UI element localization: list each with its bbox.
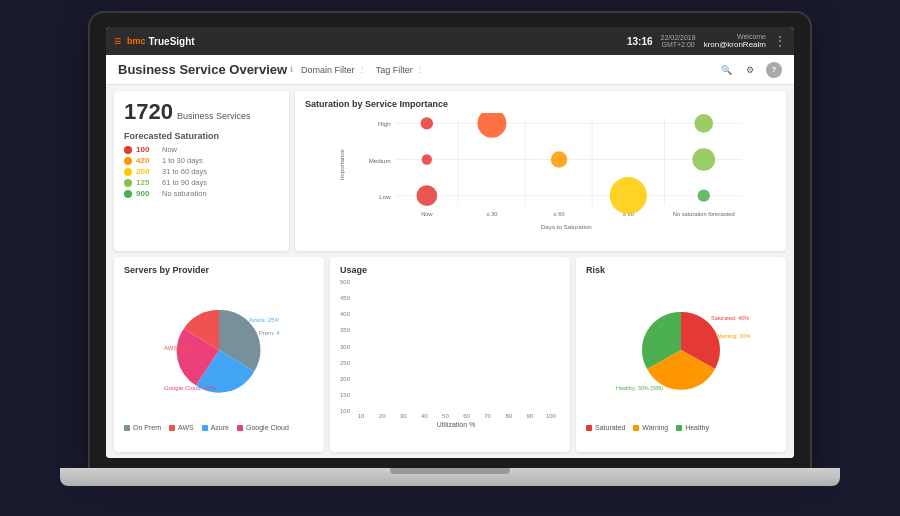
legend-item-gcloud: Google Cloud [237, 424, 289, 431]
risk-pie-chart: Saturated: 40% (1032) Warning: 30% (988)… [611, 300, 751, 400]
usage-x-label: 20 [379, 413, 386, 419]
legend-item-aws: AWS [169, 424, 194, 431]
servers-by-provider-title: Servers by Provider [124, 265, 314, 275]
usage-x-label: 50 [442, 413, 449, 419]
usage-bar-group: 30 [394, 412, 412, 419]
y-label-300: 300 [340, 344, 350, 350]
topbar-date-block: 22/02/2018 GMT+2:00 [661, 34, 696, 48]
legend-item-healthy: Healthy [676, 424, 709, 431]
svg-text:Saturated: 40% (1032): Saturated: 40% (1032) [711, 315, 751, 321]
svg-text:≤ 60: ≤ 60 [554, 211, 565, 217]
sat-dot [124, 146, 132, 154]
help-icon[interactable]: ? [766, 62, 782, 78]
topbar-time: 13:16 [627, 36, 653, 47]
forecasted-title: Forecasted Saturation [124, 131, 279, 141]
svg-text:Now: Now [421, 211, 433, 217]
svg-text:Healthy: 30% (588): Healthy: 30% (588) [616, 385, 663, 391]
saturation-chart-title: Saturation by Service Importance [305, 99, 776, 109]
tag-filter[interactable]: Tag Filter ⋮ [376, 65, 424, 75]
saturation-row: 200 31 to 60 days [124, 167, 279, 176]
usage-card: Usage 500 450 400 350 300 250 200 150 [330, 257, 570, 452]
servers-by-provider-card: Servers by Provider [114, 257, 324, 452]
content-nav: Business Service Overview ℹ Domain Filte… [106, 55, 794, 85]
sat-desc: 31 to 60 days [162, 167, 207, 176]
usage-bar-group: 40 [415, 412, 433, 419]
usage-x-label: 70 [484, 413, 491, 419]
sat-dot [124, 179, 132, 187]
svg-point-17 [421, 117, 433, 129]
y-label-200: 200 [340, 376, 350, 382]
usage-title: Usage [340, 265, 560, 275]
summary-header: 1720 Business Services [124, 99, 279, 125]
sat-desc: Now [162, 145, 177, 154]
main-content: 1720 Business Services Forecasted Satura… [106, 85, 794, 458]
sat-dot [124, 157, 132, 165]
svg-point-25 [698, 189, 710, 201]
bottom-row: Servers by Provider [114, 257, 786, 452]
saturation-chart-card: Saturation by Service Importance [295, 91, 786, 251]
menu-icon[interactable]: ≡ [114, 34, 121, 48]
laptop-base [60, 468, 840, 486]
domain-filter-icon: ⋮ [358, 65, 366, 74]
usage-bar-group: 80 [500, 412, 518, 419]
saturation-row: 100 Now [124, 145, 279, 154]
y-label-150: 150 [340, 392, 350, 398]
nav-filters: Domain Filter ⋮ Tag Filter ⋮ [301, 65, 424, 75]
summary-big-number: 1720 [124, 99, 173, 125]
usage-bar-group: 60 [457, 412, 475, 419]
sat-dot [124, 168, 132, 176]
sat-number: 420 [136, 156, 158, 165]
svg-text:≤ 30: ≤ 30 [486, 211, 497, 217]
y-label-350: 350 [340, 327, 350, 333]
page-title: Business Service Overview [118, 62, 287, 77]
usage-bar-group: 100 [542, 412, 560, 419]
top-row: 1720 Business Services Forecasted Satura… [114, 91, 786, 251]
saturation-rows: 100 Now 420 1 to 30 days 200 31 to 60 da… [124, 145, 279, 198]
saturation-row: 900 No saturation [124, 189, 279, 198]
tag-filter-icon: ⋮ [416, 65, 424, 74]
svg-text:High: High [378, 120, 391, 127]
legend-item-saturated: Saturated [586, 424, 625, 431]
sat-number: 125 [136, 178, 158, 187]
laptop-shell: ≡ bmc TrueSight 13:16 22/02/2018 GMT+2:0… [60, 13, 840, 503]
legend-item-warning: Warning [633, 424, 668, 431]
svg-point-21 [551, 151, 568, 168]
sat-dot [124, 190, 132, 198]
bmc-text: bmc [127, 36, 146, 46]
provider-pie-chart: Azure: 25% On Prem: 40% AWS: 10% Google … [159, 300, 279, 400]
usage-bar-group: 10 [352, 412, 370, 419]
sat-number: 900 [136, 189, 158, 198]
bubble-chart-container: High Medium Low Importance Now ≤ 30 ≤ 60… [305, 113, 776, 237]
usage-x-label: 90 [526, 413, 533, 419]
sat-number: 100 [136, 145, 158, 154]
topbar-user: kron@kronRealm [704, 40, 766, 49]
screen: ≡ bmc TrueSight 13:16 22/02/2018 GMT+2:0… [106, 27, 794, 458]
usage-bar-group: 50 [436, 412, 454, 419]
legend-item-onprem: On Prem [124, 424, 161, 431]
topbar-more-icon[interactable]: ⋮ [774, 34, 786, 48]
risk-legend: Saturated Warning Healthy [586, 424, 776, 431]
svg-text:On Prem: 40%: On Prem: 40% [249, 330, 279, 336]
usage-bars: 102030405060708090100 [352, 279, 560, 421]
risk-card: Risk Saturated: 40% [576, 257, 786, 452]
page-title-info-icon[interactable]: ℹ [290, 65, 293, 74]
topbar-left: ≡ bmc TrueSight [114, 34, 195, 48]
sat-desc: No saturation [162, 189, 207, 198]
risk-title: Risk [586, 265, 776, 275]
svg-text:Days to Saturation: Days to Saturation [541, 223, 592, 230]
settings-icon[interactable]: ⚙ [742, 62, 758, 78]
screen-bezel: ≡ bmc TrueSight 13:16 22/02/2018 GMT+2:0… [90, 13, 810, 468]
domain-filter[interactable]: Domain Filter ⋮ [301, 65, 366, 75]
usage-bar-group: 70 [479, 412, 497, 419]
sat-number: 200 [136, 167, 158, 176]
summary-card: 1720 Business Services Forecasted Satura… [114, 91, 289, 251]
topbar-gmt: GMT+2:00 [661, 41, 696, 48]
svg-point-19 [417, 185, 438, 206]
svg-text:Low: Low [379, 193, 391, 200]
y-label-250: 250 [340, 360, 350, 366]
usage-bar-group: 90 [521, 412, 539, 419]
search-icon[interactable]: 🔍 [718, 62, 734, 78]
usage-x-label: 100 [546, 413, 556, 419]
usage-bar-group: 20 [373, 412, 391, 419]
nav-right-icons: 🔍 ⚙ ? [718, 62, 782, 78]
